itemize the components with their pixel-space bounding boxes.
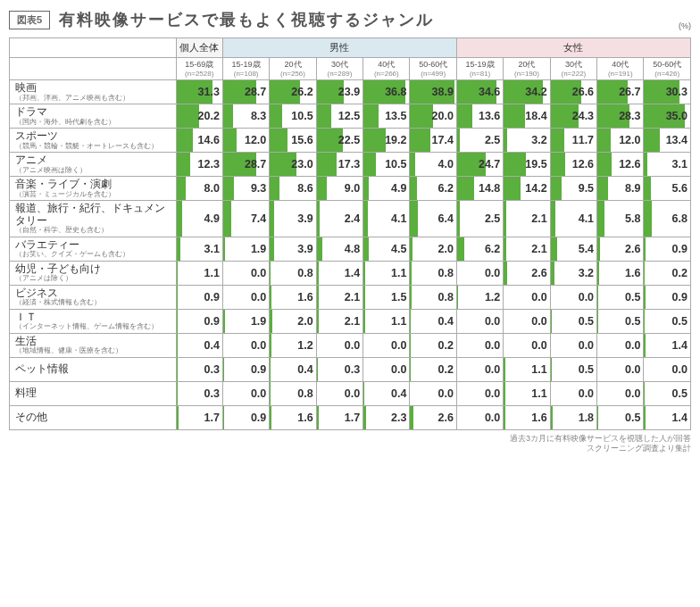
table-row: 幼児・子ども向け（アニメは除く）1.10.00.81.41.10.80.02.6… — [10, 261, 691, 285]
value-cell: 9.5 — [550, 177, 596, 201]
category-cell: 料理 — [10, 381, 177, 405]
value-cell: 0.0 — [550, 333, 596, 357]
category-cell: その他 — [10, 405, 177, 429]
value-cell: 2.6 — [597, 237, 644, 261]
value-cell: 0.2 — [410, 333, 456, 357]
value-cell: 6.8 — [644, 201, 691, 237]
value-cell: 2.6 — [504, 261, 550, 285]
value-cell: 1.4 — [644, 333, 691, 357]
value-cell: 2.6 — [410, 405, 456, 429]
value-cell: 1.5 — [363, 285, 410, 309]
value-cell: 0.5 — [597, 405, 644, 429]
value-cell: 13.5 — [363, 104, 410, 129]
value-cell: 17.3 — [316, 153, 362, 177]
value-cell: 0.0 — [550, 381, 596, 405]
value-cell: 1.1 — [504, 357, 550, 381]
value-cell: 12.0 — [222, 129, 269, 153]
col-header: 40代(n=191) — [597, 58, 644, 80]
category-cell: ドラマ（国内・海外、時代劇を含む） — [10, 104, 177, 129]
value-cell: 8.0 — [176, 177, 222, 201]
header-female: 女性 — [456, 38, 690, 58]
value-cell: 0.0 — [504, 285, 550, 309]
value-cell: 3.1 — [176, 237, 222, 261]
value-cell: 17.4 — [410, 129, 456, 153]
value-cell: 12.5 — [316, 104, 362, 129]
value-cell: 19.2 — [363, 129, 410, 153]
value-cell: 0.4 — [363, 381, 410, 405]
value-cell: 4.1 — [363, 201, 410, 237]
value-cell: 0.0 — [456, 405, 503, 429]
value-cell: 1.1 — [363, 309, 410, 333]
figure-badge: 図表5 — [9, 11, 50, 29]
value-cell: 23.9 — [316, 80, 362, 104]
col-header: 20代(n=190) — [504, 58, 550, 80]
value-cell: 30.3 — [644, 80, 691, 104]
value-cell: 19.5 — [504, 153, 550, 177]
value-cell: 14.6 — [176, 129, 222, 153]
value-cell: 1.6 — [270, 405, 316, 429]
value-cell: 1.9 — [222, 237, 269, 261]
value-cell: 0.0 — [597, 381, 644, 405]
value-cell: 0.0 — [550, 285, 596, 309]
value-cell: 3.9 — [270, 237, 316, 261]
value-cell: 0.4 — [270, 357, 316, 381]
value-cell: 10.5 — [363, 153, 410, 177]
col-header: 30代(n=222) — [550, 58, 596, 80]
value-cell: 20.2 — [176, 104, 222, 129]
value-cell: 2.4 — [316, 201, 362, 237]
genre-table: 個人全体 男性 女性 15-69歳(n=2528)15-19歳(n=108)20… — [9, 37, 691, 430]
value-cell: 0.0 — [456, 309, 503, 333]
value-cell: 8.9 — [597, 177, 644, 201]
value-cell: 8.6 — [270, 177, 316, 201]
header-overall: 個人全体 — [176, 38, 222, 58]
value-cell: 0.2 — [644, 261, 691, 285]
value-cell: 0.0 — [363, 333, 410, 357]
table-row: ドラマ（国内・海外、時代劇を含む）20.28.310.512.513.520.0… — [10, 104, 691, 129]
header-male: 男性 — [222, 38, 456, 58]
value-cell: 1.4 — [644, 405, 691, 429]
value-cell: 2.3 — [363, 405, 410, 429]
value-cell: 2.1 — [504, 201, 550, 237]
category-cell: 幼児・子ども向け（アニメは除く） — [10, 261, 177, 285]
value-cell: 1.7 — [176, 405, 222, 429]
value-cell: 0.0 — [644, 357, 691, 381]
footer-note: 過去3カ月に有料映像サービスを視聴した人が回答 スクリーニング調査より集計 — [9, 434, 691, 454]
value-cell: 1.6 — [597, 261, 644, 285]
table-row: その他1.70.91.61.72.32.60.01.61.80.51.4 — [10, 405, 691, 429]
value-cell: 1.2 — [456, 285, 503, 309]
table-row: ペット情報0.30.90.40.30.00.20.01.10.50.00.0 — [10, 357, 691, 381]
value-cell: 23.0 — [270, 153, 316, 177]
value-cell: 6.2 — [410, 177, 456, 201]
value-cell: 13.6 — [456, 104, 503, 129]
value-cell: 7.4 — [222, 201, 269, 237]
value-cell: 0.0 — [222, 333, 269, 357]
value-cell: 28.7 — [222, 153, 269, 177]
value-cell: 0.3 — [316, 357, 362, 381]
table-row: アニメ（アニメ映画は除く）12.328.723.017.310.54.024.7… — [10, 153, 691, 177]
category-cell: 映画（邦画、洋画、アニメ映画も含む） — [10, 80, 177, 104]
col-header: 50-60代(n=499) — [410, 58, 456, 80]
category-cell: バラエティー（お笑い、クイズ・ゲームも含む） — [10, 237, 177, 261]
value-cell: 0.5 — [644, 381, 691, 405]
value-cell: 0.8 — [410, 261, 456, 285]
value-cell: 4.5 — [363, 237, 410, 261]
value-cell: 3.2 — [504, 129, 550, 153]
value-cell: 1.8 — [550, 405, 596, 429]
value-cell: 34.6 — [456, 80, 503, 104]
col-header: 50-60代(n=426) — [644, 58, 691, 80]
value-cell: 1.6 — [270, 285, 316, 309]
value-cell: 0.9 — [222, 405, 269, 429]
value-cell: 1.2 — [270, 333, 316, 357]
category-cell: ＩＴ（インターネット情報、ゲーム情報を含む） — [10, 309, 177, 333]
table-row: ＩＴ（インターネット情報、ゲーム情報を含む）0.91.92.02.11.10.4… — [10, 309, 691, 333]
table-row: 料理0.30.00.80.00.40.00.01.10.00.00.5 — [10, 381, 691, 405]
value-cell: 1.1 — [176, 261, 222, 285]
value-cell: 0.5 — [597, 285, 644, 309]
value-cell: 3.2 — [550, 261, 596, 285]
value-cell: 5.4 — [550, 237, 596, 261]
table-row: 生活（地域情報、健康・医療を含む）0.40.01.20.00.00.20.00.… — [10, 333, 691, 357]
col-header: 15-19歳(n=81) — [456, 58, 503, 80]
value-cell: 1.7 — [316, 405, 362, 429]
table-row: 報道、旅行・紀行、ドキュメンタリー（自然・科学、歴史も含む）4.97.43.92… — [10, 201, 691, 237]
col-header: 15-69歳(n=2528) — [176, 58, 222, 80]
